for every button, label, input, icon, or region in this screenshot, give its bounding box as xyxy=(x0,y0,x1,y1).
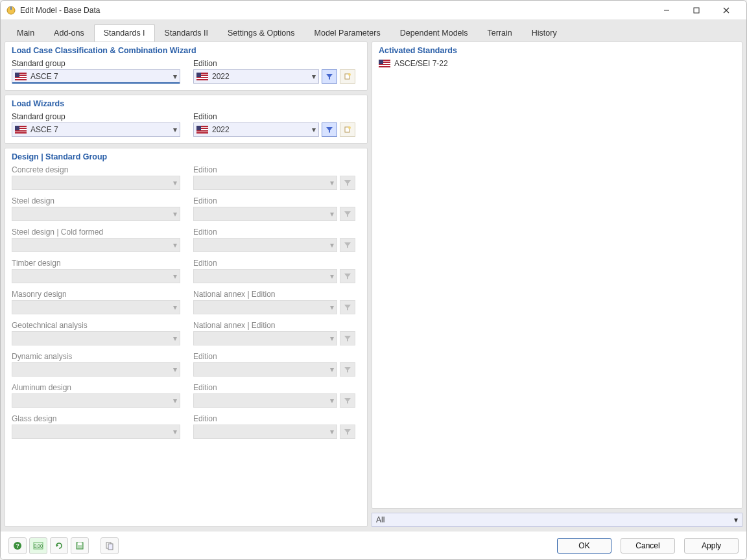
chevron-down-icon: ▾ xyxy=(330,396,334,405)
chevron-down-icon: ▾ xyxy=(330,334,334,343)
svg-marker-14 xyxy=(344,242,351,248)
flag-us-icon xyxy=(15,126,27,134)
cancel-button[interactable]: Cancel xyxy=(621,538,675,554)
chevron-down-icon: ▾ xyxy=(330,365,334,374)
select-design-edition: ▾ xyxy=(193,393,337,408)
select-edition[interactable]: 2022 ▾ xyxy=(193,122,319,137)
design-edition-label: National annex | Edition xyxy=(193,290,355,299)
tab-dependent-models[interactable]: Dependent Models xyxy=(390,24,478,41)
chevron-down-icon: ▾ xyxy=(173,178,177,187)
filter-button xyxy=(340,425,355,439)
select-standard-group[interactable]: ASCE 7 ▾ xyxy=(12,69,180,84)
flag-us-icon xyxy=(15,73,27,80)
reset-button[interactable] xyxy=(50,537,68,554)
titlebar: Edit Model - Base Data xyxy=(1,1,746,20)
select-design-edition: ▾ xyxy=(193,269,337,283)
section-activated-standards: Activated Standards ASCE/SEI 7‑22 xyxy=(372,41,742,509)
chevron-down-icon: ▾ xyxy=(173,125,177,134)
save-default-button[interactable] xyxy=(71,537,89,554)
select-design-standard: ▾ xyxy=(12,238,180,252)
svg-marker-25 xyxy=(56,544,58,547)
design-edition-label: Edition xyxy=(193,165,355,174)
svg-marker-15 xyxy=(344,274,351,279)
help-button[interactable]: ? xyxy=(8,537,27,554)
tabbar: Main Add-ons Standards I Standards II Se… xyxy=(5,24,742,41)
filter-button xyxy=(340,238,355,252)
select-design-standard: ▾ xyxy=(12,176,180,190)
maximize-button[interactable] xyxy=(682,1,711,20)
svg-marker-19 xyxy=(344,398,351,404)
select-design-standard: ▾ xyxy=(12,362,180,377)
select-design-edition: ▾ xyxy=(193,300,337,314)
section-title: Load Wizards xyxy=(12,99,361,108)
select-design-edition: ▾ xyxy=(193,425,337,439)
svg-marker-16 xyxy=(344,305,351,310)
chevron-down-icon: ▾ xyxy=(330,178,334,187)
design-edition-label: National annex | Edition xyxy=(193,321,355,330)
filter-button[interactable] xyxy=(322,122,337,137)
activated-filter-select[interactable]: All ▾ xyxy=(372,513,742,527)
chevron-down-icon: ▾ xyxy=(734,515,738,524)
filter-button xyxy=(340,176,355,190)
svg-marker-20 xyxy=(344,429,351,435)
filter-button xyxy=(340,362,355,377)
section-load-case: Load Case Classification & Combination W… xyxy=(5,41,368,91)
label-edition: Edition xyxy=(193,59,355,68)
svg-marker-17 xyxy=(344,336,351,342)
close-button[interactable] xyxy=(711,1,741,20)
design-row-label: Aluminum design xyxy=(12,383,180,392)
tab-standards-i[interactable]: Standards I xyxy=(94,24,155,41)
chevron-down-icon: ▾ xyxy=(173,365,177,374)
svg-point-11 xyxy=(348,126,351,129)
app-icon xyxy=(6,5,16,16)
new-button[interactable] xyxy=(340,122,355,137)
design-row-label: Geotechnical analysis xyxy=(12,321,180,330)
chevron-down-icon: ▾ xyxy=(330,303,334,312)
svg-marker-6 xyxy=(326,74,333,80)
design-row-label: Masonry design xyxy=(12,290,180,299)
activated-standard-label: ASCE/SEI 7‑22 xyxy=(394,59,448,68)
select-design-edition: ▾ xyxy=(193,238,337,252)
minimize-button[interactable] xyxy=(652,1,682,20)
tab-standards-ii[interactable]: Standards II xyxy=(155,24,218,41)
design-edition-label: Edition xyxy=(193,259,355,268)
design-edition-label: Edition xyxy=(193,352,355,361)
activated-standard-item[interactable]: ASCE/SEI 7‑22 xyxy=(379,59,735,68)
select-edition[interactable]: 2022 ▾ xyxy=(193,69,319,84)
ok-button[interactable]: OK xyxy=(557,538,611,554)
section-design: Design | Standard Group Concrete design▾… xyxy=(5,148,368,527)
flag-us-icon xyxy=(196,73,208,80)
chevron-down-icon: ▾ xyxy=(173,334,177,343)
filter-button xyxy=(340,207,355,221)
section-load-wizards: Load Wizards Standard group ASCE 7 ▾ Edi… xyxy=(5,95,368,144)
tab-settings-options[interactable]: Settings & Options xyxy=(218,24,305,41)
design-row-label: Timber design xyxy=(12,259,180,268)
design-row-label: Dynamic analysis xyxy=(12,352,180,361)
filter-button[interactable] xyxy=(322,69,337,84)
chevron-down-icon: ▾ xyxy=(312,125,316,134)
apply-button[interactable]: Apply xyxy=(684,538,739,554)
section-title: Design | Standard Group xyxy=(12,152,361,161)
new-button[interactable] xyxy=(340,69,355,84)
select-design-standard: ▾ xyxy=(12,393,180,408)
clipboard-button[interactable] xyxy=(101,537,119,554)
footer: ? 0,00 OK Cancel Apply xyxy=(1,531,746,559)
select-standard-group[interactable]: ASCE 7 ▾ xyxy=(12,122,180,137)
design-edition-label: Edition xyxy=(193,228,355,237)
tab-addons[interactable]: Add-ons xyxy=(44,24,94,41)
svg-marker-18 xyxy=(344,367,351,373)
filter-button xyxy=(340,331,355,345)
section-title: Load Case Classification & Combination W… xyxy=(12,46,361,55)
tab-history[interactable]: History xyxy=(522,24,567,41)
tab-main[interactable]: Main xyxy=(7,24,44,41)
svg-point-8 xyxy=(348,73,351,76)
chevron-down-icon: ▾ xyxy=(173,427,177,436)
design-edition-label: Edition xyxy=(193,414,355,423)
svg-text:?: ? xyxy=(16,542,19,549)
design-row-label: Steel design xyxy=(12,196,180,205)
tab-terrain[interactable]: Terrain xyxy=(478,24,522,41)
tab-model-parameters[interactable]: Model Parameters xyxy=(305,24,390,41)
design-edition-label: Edition xyxy=(193,196,355,205)
units-button[interactable]: 0,00 xyxy=(29,537,47,554)
flag-us-icon xyxy=(379,60,390,67)
